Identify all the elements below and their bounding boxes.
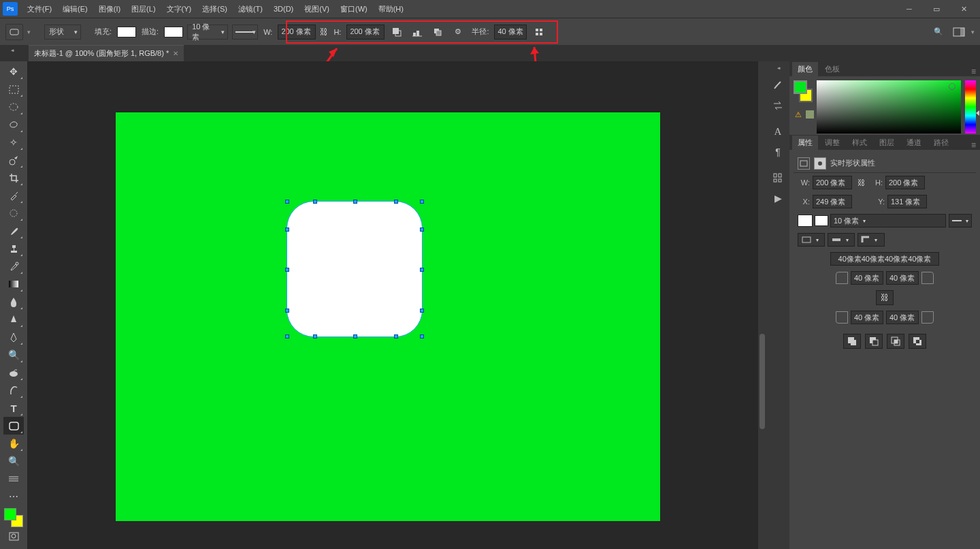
menu-view[interactable]: 视图(V)	[299, 1, 335, 17]
stroke-align-select[interactable]	[798, 233, 825, 247]
canvas-area[interactable]	[27, 61, 766, 549]
pathop-subtract-icon[interactable]	[865, 334, 883, 349]
dodge-tool[interactable]	[3, 311, 24, 328]
menu-edit[interactable]: 编辑(E)	[57, 1, 93, 17]
gear-icon[interactable]: ⚙	[450, 25, 466, 40]
quick-select-tool[interactable]	[3, 151, 24, 169]
document-canvas[interactable]	[116, 112, 660, 521]
prop-fill-swatch[interactable]	[798, 215, 813, 227]
tab-close-icon[interactable]: ✕	[173, 50, 178, 57]
tab-paths[interactable]: 路径	[928, 136, 954, 150]
gradient-tool[interactable]	[3, 275, 24, 293]
menu-window[interactable]: 窗口(W)	[335, 1, 373, 17]
lasso-tool[interactable]	[3, 116, 24, 134]
stroke-caps-select[interactable]	[828, 233, 855, 247]
link-radii-icon[interactable]: ⛓	[876, 290, 894, 305]
tab-color[interactable]: 颜色	[792, 62, 818, 76]
workspace-icon[interactable]	[951, 25, 967, 40]
type-tool[interactable]: T	[3, 399, 24, 417]
dock-glyphs-icon[interactable]	[768, 169, 787, 187]
fill-swatch[interactable]	[117, 27, 136, 37]
width-input[interactable]	[278, 25, 316, 40]
fg-bg-swatches[interactable]	[4, 508, 23, 527]
menu-3d[interactable]: 3D(D)	[268, 2, 299, 16]
prop-stroke-width[interactable]: 10 像素	[830, 214, 946, 228]
tab-swatches[interactable]: 色板	[819, 62, 845, 76]
magic-wand-tool[interactable]: ✧	[3, 134, 24, 151]
spot-heal-tool[interactable]	[3, 204, 24, 222]
dock-paragraph-icon[interactable]: ¶	[768, 143, 787, 161]
quick-mask-icon[interactable]	[3, 527, 24, 545]
prop-radii-combined[interactable]	[830, 252, 939, 266]
stroke-width-select[interactable]: 10 像素	[187, 25, 228, 40]
stamp-tool[interactable]	[3, 240, 24, 257]
stroke-style-select[interactable]	[232, 25, 258, 40]
minimize-button[interactable]: ─	[896, 1, 923, 17]
tab-layers[interactable]: 图层	[874, 136, 900, 150]
history-brush-tool[interactable]	[3, 257, 24, 275]
radius-input[interactable]	[494, 25, 527, 40]
blur-tool[interactable]	[3, 293, 24, 311]
menu-type[interactable]: 文字(Y)	[161, 1, 197, 17]
tab-adjustments[interactable]: 调整	[819, 136, 845, 150]
dock-character-icon[interactable]: A	[768, 123, 787, 140]
rect-marquee-tool[interactable]	[3, 80, 24, 98]
prop-radius-bl[interactable]	[851, 311, 883, 324]
link-wh-icon[interactable]: ⛓	[320, 27, 328, 37]
path-operation-icon[interactable]	[389, 25, 405, 40]
search-icon[interactable]: 🔍	[930, 25, 947, 40]
color-field[interactable]	[817, 80, 961, 134]
hand-tool[interactable]: ✋	[3, 435, 24, 452]
dock-brush-icon[interactable]	[768, 76, 787, 94]
path-alignment-icon[interactable]	[409, 25, 425, 40]
maximize-button[interactable]: ▭	[923, 1, 950, 17]
lasso-tool-ellipse[interactable]	[3, 98, 24, 116]
dock-play-icon[interactable]: ▶	[768, 189, 787, 207]
prop-radius-tr[interactable]	[886, 271, 919, 285]
menu-file[interactable]: 文件(F)	[22, 1, 57, 17]
pen-tool[interactable]	[3, 328, 24, 346]
dock-swap-icon[interactable]	[768, 97, 787, 114]
smudge-tool[interactable]	[3, 364, 24, 381]
menu-filter[interactable]: 滤镜(T)	[233, 1, 268, 17]
tab-styles[interactable]: 样式	[847, 136, 872, 150]
menu-image[interactable]: 图像(I)	[93, 1, 126, 17]
prop-radius-br[interactable]	[886, 311, 919, 324]
prop-h-input[interactable]	[885, 176, 925, 189]
panel-menu-icon[interactable]: ≡	[971, 140, 976, 150]
panel-menu-icon[interactable]: ≡	[971, 67, 976, 76]
panel-fgbg-swatches[interactable]: ⚠	[794, 80, 813, 117]
hue-slider[interactable]	[965, 80, 976, 134]
gamut-closest-swatch[interactable]	[806, 110, 814, 119]
edit-toolbar-icon[interactable]	[3, 470, 24, 488]
height-input[interactable]	[346, 25, 385, 40]
menu-layer[interactable]: 图层(L)	[126, 1, 161, 17]
stroke-corners-select[interactable]	[858, 233, 885, 247]
brush-tool[interactable]	[3, 222, 24, 240]
align-edges-icon[interactable]	[531, 25, 547, 40]
link-wh-icon[interactable]: ⛓	[858, 178, 865, 187]
prop-y-input[interactable]	[887, 195, 927, 208]
zoom-tool2[interactable]: 🔍	[3, 346, 24, 364]
tab-properties[interactable]: 属性	[792, 136, 818, 150]
pathop-intersect-icon[interactable]	[887, 334, 904, 349]
prop-x-input[interactable]	[813, 195, 852, 208]
move-tool[interactable]: ✥	[3, 63, 24, 80]
ellipsis-icon[interactable]: ⋯	[3, 488, 24, 505]
prop-stroke-swatch[interactable]	[815, 216, 828, 225]
tool-preset-icon[interactable]	[5, 24, 23, 40]
document-tab[interactable]: 未标题-1 @ 100% (圆角矩形 1, RGB/8) * ✕	[29, 45, 184, 61]
rounded-rect-tool[interactable]	[3, 417, 24, 435]
menu-select[interactable]: 选择(S)	[197, 1, 233, 17]
rounded-rect-shape[interactable]	[287, 201, 423, 337]
pathop-exclude-icon[interactable]	[909, 334, 926, 349]
freeform-pen-tool[interactable]	[3, 381, 24, 399]
shape-mode-select[interactable]: 形状	[44, 25, 81, 40]
prop-stroke-style[interactable]	[949, 214, 972, 228]
menu-help[interactable]: 帮助(H)	[373, 1, 409, 17]
prop-radius-tl[interactable]	[851, 271, 883, 285]
eyedropper-tool[interactable]	[3, 187, 24, 204]
stroke-swatch[interactable]	[164, 27, 183, 37]
tab-channels[interactable]: 通道	[901, 136, 927, 150]
path-arrangement-icon[interactable]	[429, 25, 446, 40]
